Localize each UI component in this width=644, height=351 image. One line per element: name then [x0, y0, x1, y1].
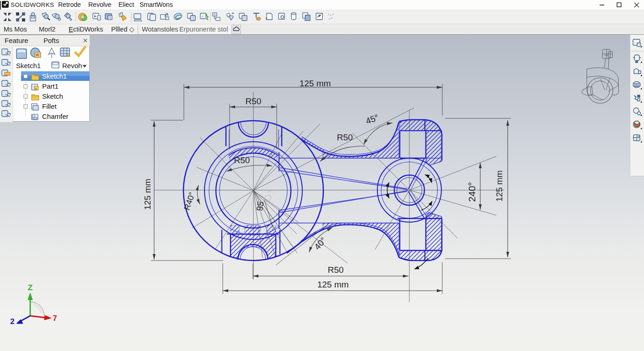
svg-text:R50: R50	[234, 155, 250, 165]
svg-text:Fillet: Fillet	[42, 102, 57, 110]
svg-text:R50: R50	[246, 96, 262, 106]
svg-text:Pofts: Pofts	[43, 37, 59, 44]
svg-text:Z: Z	[28, 283, 32, 292]
svg-text:125 mm: 125 mm	[317, 280, 349, 289]
svg-text:Sketch1: Sketch1	[16, 62, 41, 69]
svg-text:R50: R50	[337, 133, 353, 142]
svg-text:Revoh: Revoh	[62, 62, 82, 69]
svg-text:▫°: ▫°	[328, 17, 333, 21]
svg-text:c: c	[202, 14, 204, 18]
svg-text:2: 2	[10, 317, 14, 326]
svg-text:95: 95	[254, 201, 265, 212]
svg-text:240°: 240°	[467, 182, 477, 202]
svg-text:Sketch1: Sketch1	[42, 72, 67, 80]
svg-text:Sketch: Sketch	[42, 92, 63, 100]
svg-text:▫,▫: ▫,▫	[327, 12, 334, 16]
svg-text:R50: R50	[328, 265, 344, 275]
svg-text:R40°: R40°	[182, 191, 197, 211]
svg-text:125 mm: 125 mm	[143, 179, 152, 210]
svg-text:Feature: Feature	[5, 37, 28, 44]
svg-text:45°: 45°	[365, 112, 380, 126]
svg-text:R: R	[36, 53, 39, 57]
svg-text:Part1: Part1	[42, 82, 59, 90]
svg-text:Chamfer: Chamfer	[42, 112, 69, 120]
svg-text:125 mm: 125 mm	[300, 79, 331, 88]
svg-text:7: 7	[53, 314, 57, 323]
svg-text:125 mm: 125 mm	[494, 170, 504, 202]
